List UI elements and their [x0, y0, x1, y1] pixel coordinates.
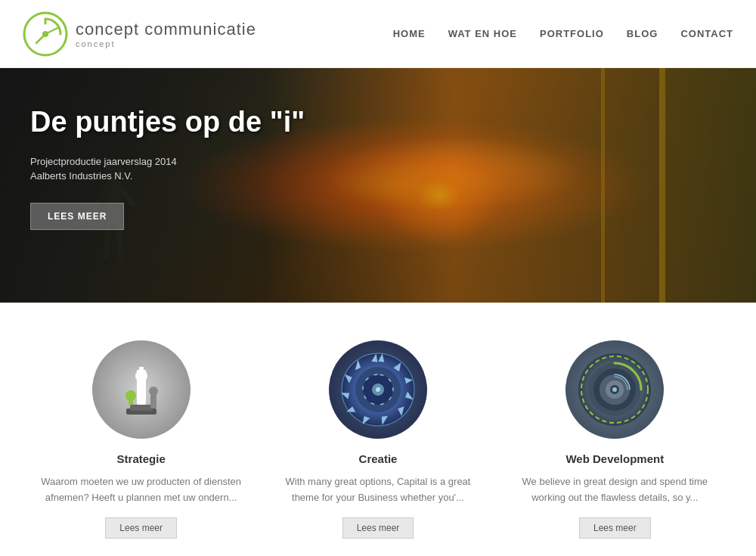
logo-sub: concept	[76, 39, 256, 48]
hero-subtitle-line1: Projectproductie jaarverslag 2014	[30, 154, 310, 169]
features-section: Strategie Waarom moeten we uw producten …	[0, 303, 756, 556]
svg-rect-25	[129, 396, 133, 405]
nav-blog[interactable]: BLOG	[627, 28, 658, 39]
feature-card-strategie: Strategie Waarom moeten we uw producten …	[36, 340, 247, 539]
nav-home[interactable]: HOME	[393, 28, 426, 39]
creatie-link[interactable]: Lees meer	[342, 517, 414, 539]
hero-title: De puntjes op de "i"	[30, 106, 310, 139]
webdev-title: Web Development	[565, 452, 664, 465]
hero-subtitle-line2: Aalberts Industries N.V.	[30, 169, 310, 184]
creatie-title: Creatie	[359, 452, 398, 465]
strategie-desc: Waarom moeten we uw producten of dienste…	[36, 474, 247, 506]
svg-rect-18	[137, 378, 146, 405]
webdev-icon-wrap	[565, 340, 664, 439]
svg-point-50	[612, 387, 617, 392]
nav-wat-en-hoe[interactable]: WAT EN HOE	[448, 28, 517, 39]
hero-section: De puntjes op de "i" Projectproductie ja…	[0, 68, 756, 303]
svg-point-23	[149, 387, 158, 396]
hero-content: De puntjes op de "i" Projectproductie ja…	[0, 68, 340, 268]
strategie-link[interactable]: Lees meer	[105, 517, 177, 539]
svg-line-2	[45, 28, 57, 34]
main-nav: HOME WAT EN HOE PORTFOLIO BLOG CONTACT	[393, 28, 733, 39]
webdev-link[interactable]: Lees meer	[579, 517, 651, 539]
feature-card-webdev: Web Development We believe in great desi…	[509, 340, 720, 539]
logo[interactable]: concept communicatie concept	[23, 11, 256, 57]
creatie-desc: With many great options, Capital is a gr…	[272, 474, 484, 506]
site-header: concept communicatie concept HOME WAT EN…	[0, 0, 756, 68]
nav-contact[interactable]: CONTACT	[680, 28, 733, 39]
svg-line-3	[36, 34, 45, 43]
logo-text: concept communicatie concept	[76, 20, 256, 48]
saw-blade-icon	[336, 348, 420, 431]
chess-icon	[104, 352, 179, 427]
logo-icon	[23, 11, 68, 57]
feature-card-creatie: Creatie With many great options, Capital…	[272, 340, 484, 539]
hero-cta-button[interactable]: LEES MEER	[30, 203, 124, 230]
svg-rect-17	[130, 405, 153, 411]
webdev-desc: We believe in great design and spend tim…	[509, 474, 720, 506]
svg-rect-21	[137, 370, 146, 373]
strategie-title: Strategie	[117, 452, 166, 465]
logo-title: concept communicatie	[76, 20, 256, 39]
nav-portfolio[interactable]: PORTFOLIO	[540, 28, 604, 39]
disc-icon	[573, 348, 656, 431]
strategie-icon-wrap	[92, 340, 191, 439]
hero-subtitle: Projectproductie jaarverslag 2014 Aalber…	[30, 154, 310, 184]
creatie-icon-wrap	[329, 340, 427, 439]
